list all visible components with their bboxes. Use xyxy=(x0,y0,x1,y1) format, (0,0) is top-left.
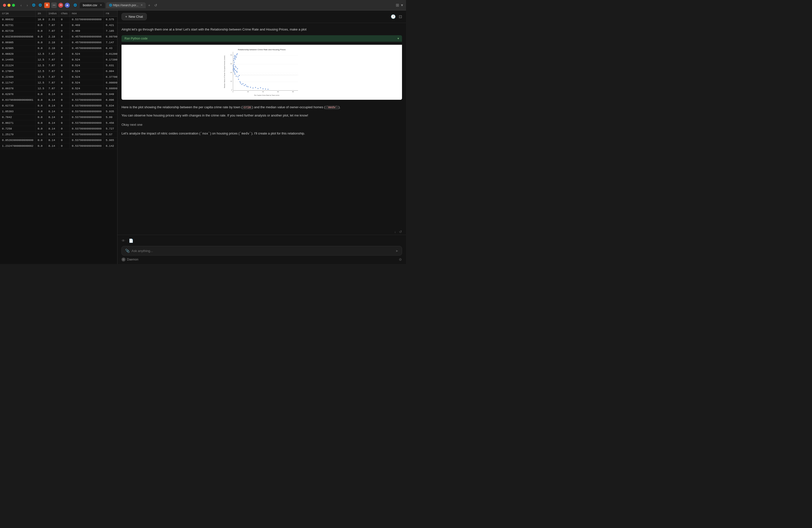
cell-1-0: 0.02731 xyxy=(0,23,35,28)
new-tab-button[interactable]: + xyxy=(147,2,152,8)
svg-point-65 xyxy=(236,54,237,55)
cell-2-4: 0.469 xyxy=(70,28,104,34)
svg-text:Per Capita Crime Rate by Town : Per Capita Crime Rate by Town (crim) xyxy=(254,94,279,96)
cell-0-4: 0.5379999999999999 xyxy=(70,17,104,23)
tab-bar: 🌐 boston.csv ✕ 🌐 https://search.por... ✕… xyxy=(73,2,394,8)
new-chat-button[interactable]: + New Chat xyxy=(121,13,147,20)
brave-icon[interactable]: B xyxy=(44,2,50,8)
globe-icon-1[interactable]: 🌐 xyxy=(31,3,36,8)
cell-12-0: 0.09378 xyxy=(0,86,35,91)
clock-icon[interactable]: 🕐 xyxy=(391,14,396,19)
cell-11-1: 12.5 xyxy=(35,80,46,86)
cell-10-4: 0.524 xyxy=(70,74,104,80)
send-icon[interactable]: ➤ xyxy=(395,249,398,253)
cell-20-1: 0.0 xyxy=(35,132,46,137)
tab-search-close-icon[interactable]: ✕ xyxy=(141,3,143,7)
chat-messages[interactable]: Alright let's go through them one at a t… xyxy=(117,23,406,229)
cell-15-0: 0.62739 xyxy=(0,103,35,109)
cell-5-2: 2.18 xyxy=(46,45,59,51)
reload-button[interactable]: ↺ xyxy=(153,2,159,8)
cell-21-3: 0 xyxy=(59,137,70,143)
settings-icon[interactable]: ⚙ xyxy=(399,258,402,262)
table-row: 0.027310.07.0700.4696.42178.94.9671 xyxy=(0,23,117,28)
user-message-text: Okay next one xyxy=(121,123,143,127)
svg-point-41 xyxy=(240,83,241,84)
cell-5-3: 0 xyxy=(59,45,70,51)
svg-text:20: 20 xyxy=(247,91,249,92)
cell-14-5: 6.096 xyxy=(104,97,117,103)
message-1-text: Alright let's go through them one at a t… xyxy=(121,28,306,31)
cell-18-0: 0.80271 xyxy=(0,120,35,126)
cell-17-0: 0.7842 xyxy=(0,115,35,120)
camera-icon[interactable]: 👁 xyxy=(121,238,125,243)
scroll-refresh-icon[interactable]: ↺ xyxy=(399,230,402,234)
close-window-button[interactable] xyxy=(3,4,6,7)
cell-7-3: 0 xyxy=(59,57,70,63)
svg-point-58 xyxy=(234,62,235,63)
col-header-crim: crim xyxy=(0,11,35,17)
cell-5-4: 0.4579999999999996 xyxy=(70,45,104,51)
cell-18-5: 5.456 xyxy=(104,120,117,126)
cell-12-2: 7.87 xyxy=(46,86,59,91)
code-medv-2: `medv` xyxy=(240,132,251,135)
cell-10-0: 0.22489 xyxy=(0,74,35,80)
maximize-window-button[interactable] xyxy=(12,4,15,7)
back-button[interactable]: ‹ xyxy=(19,2,23,8)
table-row: 0.1445512.57.8700.5246.17200000000000019… xyxy=(0,57,117,63)
tab-boston-csv[interactable]: boston.csv ✕ xyxy=(80,2,105,8)
svg-text:10: 10 xyxy=(230,80,232,82)
cell-4-5: 7.147 xyxy=(104,40,117,45)
cell-6-5: 6.0120000000000005 xyxy=(104,51,117,57)
globe-icon-2[interactable]: 🌐 xyxy=(38,3,43,8)
code-nox: `nox` xyxy=(200,132,210,135)
chat-input-area[interactable]: 📎 ➤ xyxy=(121,246,402,255)
chevron-down-icon[interactable]: ▾ xyxy=(401,3,403,8)
cell-17-1: 0.0 xyxy=(35,115,46,120)
cell-2-3: 0 xyxy=(59,28,70,34)
paperclip-icon[interactable]: 📎 xyxy=(125,249,130,253)
cell-21-4: 0.5379999999999999 xyxy=(70,137,104,143)
code-badge[interactable]: Ran Python code ▾ xyxy=(121,35,402,42)
forward-button[interactable]: › xyxy=(25,2,29,8)
cell-9-5: 6.004 xyxy=(104,69,117,74)
cell-4-2: 2.18 xyxy=(46,40,59,45)
scroll-down-icon[interactable]: ↓ xyxy=(394,230,396,234)
cell-14-2: 8.14 xyxy=(46,97,59,103)
chat-input[interactable] xyxy=(131,249,393,253)
cell-16-3: 0 xyxy=(59,109,70,115)
cell-7-2: 7.87 xyxy=(46,57,59,63)
chevron-down-icon[interactable]: ▾ xyxy=(397,37,399,40)
cell-12-5: 5.8889999999999999 xyxy=(104,86,117,91)
layout-icon[interactable]: ⊡ xyxy=(399,14,402,19)
cell-3-1: 0.0 xyxy=(35,34,46,40)
cell-18-3: 0 xyxy=(59,120,70,126)
tab-close-icon[interactable]: ✕ xyxy=(100,3,102,7)
view-toggle-icon[interactable]: ⊞ xyxy=(396,3,399,8)
minimize-window-button[interactable] xyxy=(8,4,11,7)
cell-17-3: 0 xyxy=(59,115,70,120)
table-row: 0.629760.08.1400.53799999999999995.94961… xyxy=(0,91,117,97)
svg-point-64 xyxy=(236,57,237,58)
user-message-1: Okay next one xyxy=(121,121,402,128)
cell-7-5: 6.1720000000000001 xyxy=(104,57,117,63)
tab-search[interactable]: 🌐 https://search.por... ✕ xyxy=(106,2,146,8)
svg-point-48 xyxy=(250,87,251,88)
cell-8-4: 0.524 xyxy=(70,63,104,69)
col-header-indus: indus xyxy=(46,11,59,17)
file-icon[interactable]: 📄 xyxy=(129,238,133,243)
scroll-controls: ↓ ↺ xyxy=(117,229,406,235)
mail-icon[interactable]: ✉ xyxy=(58,3,63,8)
svg-point-50 xyxy=(255,87,256,88)
ext-icon-2[interactable]: ◈ xyxy=(65,3,70,8)
cell-21-1: 0.0 xyxy=(35,137,46,143)
svg-point-38 xyxy=(238,79,239,80)
message-2: Here is the plot showing the relationshi… xyxy=(121,105,402,110)
cell-20-3: 0 xyxy=(59,132,70,137)
svg-point-51 xyxy=(258,88,259,89)
cell-13-2: 8.14 xyxy=(46,91,59,97)
cell-9-0: 0.17004 xyxy=(0,69,35,74)
plot-svg: Relationship between Crime Rate and Hous… xyxy=(124,47,400,97)
ext-icon-1[interactable]: — xyxy=(51,2,57,8)
cell-6-0: 0.08829 xyxy=(0,51,35,57)
cell-19-3: 0 xyxy=(59,126,70,132)
